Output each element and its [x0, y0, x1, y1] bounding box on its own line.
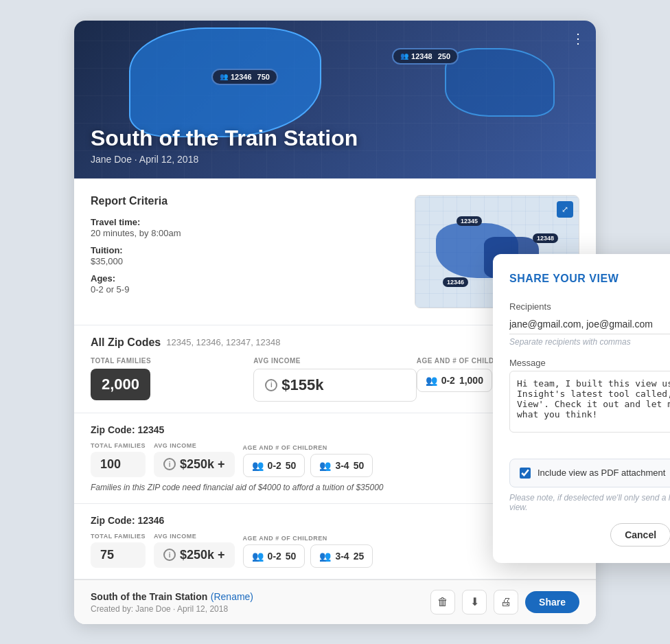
pin1-id: 12346 — [231, 73, 252, 81]
hero-map-shape-2 — [445, 48, 555, 117]
recipients-hint: Separate recipients with commas — [509, 337, 670, 347]
footer-share-button[interactable]: Share — [525, 591, 579, 613]
zip-12346-total-families-col: TOTAL FAMILIES 75 — [91, 533, 146, 568]
zip-12346-age-0-2-count: 50 — [286, 551, 297, 562]
tuition-item: Tuition: $35,000 — [91, 244, 401, 266]
avg-income-value: i $155k — [253, 369, 416, 402]
people-icon-0-2: 👥 — [426, 375, 437, 386]
zip-12346-avg-income-label: AVG INCOME — [154, 533, 235, 540]
zip-12345-age-3-4: 👥 3-4 50 — [310, 454, 373, 477]
people-icon-12345-0-2: 👥 — [252, 460, 264, 471]
people-icon-pin1: 👥 — [220, 73, 228, 80]
modal-actions: Cancel Share — [509, 523, 670, 547]
download-button[interactable]: ⬇ — [462, 590, 487, 614]
pin2-count: 250 — [438, 52, 450, 60]
people-icon-12345-3-4: 👥 — [319, 460, 331, 471]
mini-pin-12346: 12346 — [443, 277, 468, 287]
more-options-button[interactable]: ⋮ — [571, 30, 586, 47]
modal-cancel-button[interactable]: Cancel — [610, 523, 670, 547]
message-label: Message — [509, 358, 670, 368]
zip-12346-avg-income-col: AVG INCOME i $250k + — [154, 533, 235, 568]
zip-12345-total-families-col: TOTAL FAMILIES 100 — [91, 442, 146, 477]
total-families-group: TOTAL FAMILIES 2,000 — [91, 357, 253, 402]
zip-12345-total-families-value: 100 — [91, 452, 146, 477]
recipients-field: Recipients Separate recipients with comm… — [509, 301, 670, 347]
travel-time-item: Travel time: 20 minutes, by 8:00am — [91, 216, 401, 238]
all-zip-codes: 12345, 12346, 12347, 12348 — [166, 337, 280, 347]
info-icon-12346: i — [163, 549, 176, 561]
tuition-value: $35,000 — [91, 256, 401, 266]
message-textarea[interactable]: Hi team, I built this view using DASL In… — [509, 371, 670, 433]
footer-title-row: South of the Train Station (Rename) — [91, 590, 253, 603]
zip-12345-age-label: AGE AND # OF CHILDREN — [243, 444, 373, 451]
people-icon-12346-3-4: 👥 — [319, 551, 331, 562]
recipients-input[interactable] — [509, 314, 670, 334]
zip-12346-age-3-4: 👥 3-4 25 — [310, 544, 373, 568]
hero-subtitle: Jane Doe · April 12, 2018 — [91, 154, 358, 165]
zip-12345-age-badges: 👥 0-2 50 👥 3-4 50 — [243, 454, 373, 477]
footer-created-by: Created by: Jane Doe · April 12, 2018 — [91, 604, 253, 614]
pin2-id: 12348 — [411, 52, 432, 60]
all-zip-title: All Zip Codes — [91, 336, 161, 349]
zip-12346-avg-income-value: i $250k + — [154, 542, 235, 568]
report-criteria-text: Report Criteria Travel time: 20 minutes,… — [91, 195, 401, 308]
zip-12345-age-0-2: 👥 0-2 50 — [243, 454, 305, 477]
zip-12345-avg-income-label: AVG INCOME — [154, 442, 235, 449]
zip-12345-age-0-2-count: 50 — [286, 460, 297, 471]
age-0-2-badge: 👥 0-2 1,000 — [417, 369, 492, 392]
info-icon-12345: i — [163, 458, 176, 470]
zip-12346-age-label: AGE AND # OF CHILDREN — [243, 535, 373, 542]
hero-section: 👥 12346 750 👥 12348 250 ⋮ South of the T… — [74, 21, 596, 179]
zip-12346-age-badges: 👥 0-2 50 👥 3-4 25 — [243, 544, 373, 568]
footer: South of the Train Station (Rename) Crea… — [74, 579, 596, 624]
zip-12346-age-0-2: 👥 0-2 50 — [243, 544, 305, 568]
ages-item: Ages: 0-2 or 5-9 — [91, 272, 401, 295]
hero-title: South of the Train Station — [91, 126, 358, 150]
map-pin-12348[interactable]: 👥 12348 250 — [392, 48, 459, 65]
pin1-count: 750 — [257, 73, 270, 81]
info-icon-income: i — [265, 379, 277, 391]
people-icon-12346-0-2: 👥 — [252, 551, 264, 562]
expand-map-button[interactable]: ⤢ — [557, 201, 573, 218]
zip-12346-age-0-2-label: 0-2 — [268, 551, 281, 562]
zip-12345-avg-income-col: AVG INCOME i $250k + — [154, 442, 235, 477]
footer-report-title: South of the Train Station — [91, 591, 207, 602]
zip-12346-total-families-value: 75 — [91, 542, 146, 568]
print-button[interactable]: 🖨 — [494, 590, 518, 614]
message-field: Message Hi team, I built this view using… — [509, 358, 670, 448]
zip-12345-age-3-4-count: 50 — [354, 460, 365, 471]
zip-12345-avg-income-value: i $250k + — [154, 452, 235, 477]
zip-12346-age-col: AGE AND # OF CHILDREN 👥 0-2 50 👥 3-4 25 — [243, 535, 373, 568]
zip-12345-age-0-2-label: 0-2 — [268, 460, 281, 471]
rename-button[interactable]: (Rename) — [211, 591, 253, 602]
modal-header: SHARE YOUR VIEW × — [509, 271, 670, 288]
zip-12346-income-amount: $250k + — [180, 548, 225, 562]
avg-income-group: AVG INCOME i $155k — [253, 357, 416, 402]
report-criteria-title: Report Criteria — [91, 195, 401, 207]
travel-time-value: 20 minutes, by 8:00am — [91, 228, 401, 238]
zip-12345-age-3-4-label: 3-4 — [335, 460, 349, 471]
tuition-label: Tuition: — [91, 245, 123, 255]
age-0-2-count: 1,000 — [459, 375, 483, 386]
map-pin-12346[interactable]: 👥 12346 750 — [211, 69, 278, 85]
pdf-attachment-row: Include view as PDF attachment — [509, 459, 670, 487]
modal-title: SHARE YOUR VIEW — [509, 273, 619, 285]
share-modal: SHARE YOUR VIEW × Recipients Separate re… — [493, 254, 670, 563]
ages-label: Ages: — [91, 273, 115, 284]
total-families-value: 2,000 — [91, 369, 150, 400]
age-0-2-label: 0-2 — [441, 375, 455, 386]
people-icon-pin2: 👥 — [400, 52, 408, 60]
avg-income-amount: $155k — [281, 376, 323, 394]
char-count: 189/250 — [509, 438, 670, 448]
hero-text-block: South of the Train Station Jane Doe · Ap… — [91, 126, 358, 164]
travel-time-label: Travel time: — [91, 217, 140, 227]
pdf-note: Please note, if deselected we'll only se… — [509, 493, 670, 512]
zip-12346-total-families-label: TOTAL FAMILIES — [91, 533, 146, 540]
zip-12345-age-col: AGE AND # OF CHILDREN 👥 0-2 50 👥 3-4 50 — [243, 444, 373, 477]
delete-button[interactable]: 🗑 — [430, 590, 455, 614]
footer-actions: 🗑 ⬇ 🖨 Share — [430, 590, 579, 614]
pdf-checkbox-label: Include view as PDF attachment — [538, 468, 665, 478]
zip-12345-total-families-label: TOTAL FAMILIES — [91, 442, 146, 449]
ages-value: 0-2 or 5-9 — [91, 284, 401, 295]
pdf-checkbox[interactable] — [520, 468, 531, 479]
